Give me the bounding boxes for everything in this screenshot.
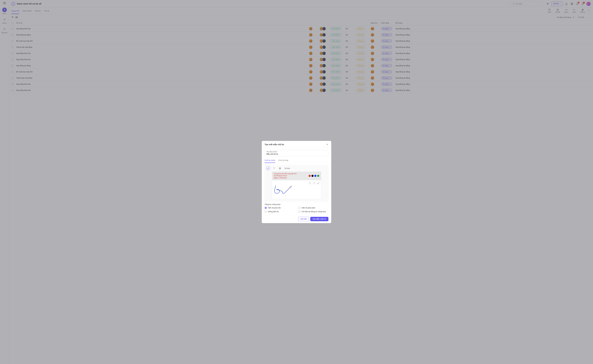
- pencil-icon: [267, 167, 269, 169]
- upload-label[interactable]: Tải ảnh: [284, 167, 290, 169]
- svg-point-19: [280, 168, 280, 168]
- radio-bottom[interactable]: Hiển thị phía dưới: [298, 207, 328, 209]
- erase-button[interactable]: [317, 182, 320, 185]
- redo-icon: [313, 182, 315, 184]
- image-tool[interactable]: [278, 167, 282, 170]
- signature-name-input[interactable]: [266, 153, 327, 155]
- radio-only-auth[interactable]: Chỉ hiện thị thông tin chứng thực: [298, 211, 328, 213]
- tab-chu-ky-nhay[interactable]: Chữ ký nháy: [278, 158, 288, 163]
- signature-canvas[interactable]: [272, 180, 321, 199]
- draw-tool[interactable]: [266, 167, 270, 170]
- cert-info: Chứng thực bởi: Nhà cung cấp CKS Ký bởi …: [274, 173, 309, 179]
- image-icon: [279, 167, 281, 169]
- close-icon: [326, 143, 328, 146]
- signature-drawing: [274, 185, 293, 196]
- signature-name-field[interactable]: Tên mẫu chữ ký *: [265, 150, 328, 156]
- create-signature-modal: Tạo mới mẫu chữ ký Tên mẫu chữ ký * Chữ …: [262, 141, 331, 223]
- cancel-button[interactable]: HỦY BỎ: [298, 217, 309, 221]
- modal-title: Tạo mới mẫu chữ ký: [265, 143, 284, 146]
- check-icon: [309, 175, 310, 176]
- color-green[interactable]: [317, 175, 319, 177]
- text-tool[interactable]: [272, 167, 276, 170]
- color-black[interactable]: [312, 175, 313, 177]
- tab-chu-ky-chinh[interactable]: Chữ ký chính: [265, 158, 275, 163]
- radio-none[interactable]: Không hiển thị: [265, 211, 295, 213]
- undo-button[interactable]: [308, 182, 312, 185]
- undo-icon: [309, 182, 311, 184]
- color-blue[interactable]: [314, 175, 316, 177]
- close-button[interactable]: [326, 143, 328, 146]
- redo-button[interactable]: [313, 182, 316, 185]
- submit-button[interactable]: TẠO MẪU CHỮ KÝ: [310, 217, 328, 221]
- eraser-icon: [317, 182, 319, 184]
- color-red[interactable]: [309, 175, 311, 177]
- radio-top[interactable]: Hiển thị phía trên: [265, 207, 295, 209]
- text-icon: [273, 167, 275, 169]
